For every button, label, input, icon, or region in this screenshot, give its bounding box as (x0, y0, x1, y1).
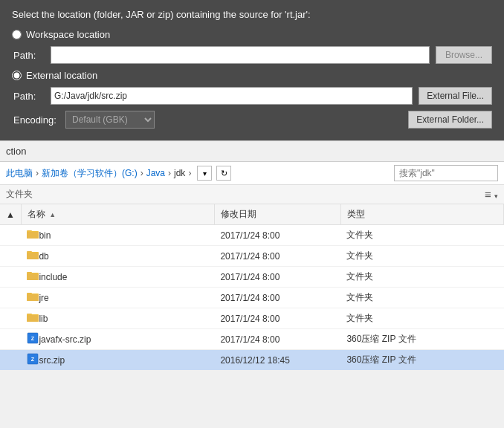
row-type: 文件夹 (340, 288, 503, 308)
row-icon-cell (0, 350, 21, 371)
col-name-sort-arrow: ▲ (49, 211, 56, 218)
search-input[interactable] (394, 165, 498, 181)
file-table-body: bin2017/1/24 8:00文件夹db2017/1/24 8:00文件夹i… (0, 225, 504, 371)
row-name[interactable]: bin (21, 225, 214, 246)
table-row[interactable]: lib2017/1/24 8:00文件夹 (0, 308, 504, 329)
table-row[interactable]: db2017/1/24 8:00文件夹 (0, 246, 504, 267)
row-name-text: include (39, 272, 67, 282)
breadcrumb-sep-1: › (36, 168, 39, 178)
row-name-text: lib (39, 314, 48, 324)
col-header-type[interactable]: 类型 (340, 204, 503, 225)
view-toggle-arrow: ▾ (494, 192, 498, 200)
breadcrumb-jdk[interactable]: jdk (174, 168, 185, 178)
row-name-text: bin (39, 230, 51, 241)
breadcrumb-java[interactable]: Java (146, 168, 165, 178)
zip-javafx-icon: Z (27, 332, 39, 346)
row-icon-cell (0, 308, 21, 329)
row-date: 2017/1/24 8:00 (214, 225, 340, 246)
file-toolbar-left: 文件夹 (6, 188, 33, 201)
workspace-radio-row: Workspace location (12, 29, 492, 40)
row-name[interactable]: db (21, 246, 214, 267)
row-name-text: db (39, 251, 48, 262)
row-type: 360压缩 ZIP 文件 (340, 350, 503, 371)
row-date: 2017/1/24 8:00 (214, 246, 340, 267)
external-label[interactable]: External location (26, 70, 97, 81)
workspace-radio[interactable] (12, 30, 22, 39)
row-name-text: src.zip (39, 355, 65, 366)
row-type: 360压缩 ZIP 文件 (340, 329, 503, 350)
external-path-input[interactable] (51, 87, 413, 105)
row-icon-cell (0, 267, 21, 288)
workspace-path-input[interactable] (51, 46, 430, 64)
external-file-button[interactable]: External File... (419, 87, 492, 105)
svg-text:Z: Z (31, 336, 35, 341)
col-header-up: ▲ (0, 204, 21, 225)
svg-rect-5 (27, 253, 39, 259)
row-icon-cell (0, 288, 21, 308)
breadcrumb-sep-3: › (168, 168, 171, 178)
table-row[interactable]: include2017/1/24 8:00文件夹 (0, 267, 504, 288)
workspace-label[interactable]: Workspace location (26, 29, 110, 40)
folder-type-label: 文件夹 (6, 188, 33, 201)
breadcrumb-drive[interactable]: 新加卷（学习软件）(G:) (42, 167, 138, 180)
browse-button[interactable]: Browse... (436, 46, 492, 64)
external-path-label: Path: (13, 91, 51, 102)
source-dialog-header: Select the location (folder, JAR or zip)… (0, 0, 504, 140)
svg-rect-11 (27, 294, 39, 301)
zip-src-icon: Z (27, 353, 39, 367)
encoding-select[interactable]: Default (GBK) (65, 111, 155, 129)
folder-icon (27, 249, 39, 263)
external-radio-row: External location (12, 70, 492, 81)
col-header-modified[interactable]: 修改日期 (214, 204, 340, 225)
file-toolbar: 文件夹 ≡ ▾ (0, 185, 504, 204)
row-date: 2016/12/12 18:45 (214, 350, 340, 371)
row-name-text: jre (39, 293, 48, 303)
refresh-button[interactable]: ↻ (216, 166, 231, 181)
file-table-header: ▲ 名称 ▲ 修改日期 类型 (0, 204, 504, 225)
row-icon-cell (0, 246, 21, 267)
table-row[interactable]: bin2017/1/24 8:00文件夹 (0, 225, 504, 246)
view-toggle-icon: ≡ (485, 188, 491, 201)
folder-icon (27, 291, 39, 305)
encoding-label: Encoding: (13, 114, 65, 126)
svg-rect-14 (27, 315, 39, 322)
breadcrumb-sep-2: › (140, 168, 143, 178)
table-row[interactable]: Zsrc.zip2016/12/12 18:45360压缩 ZIP 文件 (0, 350, 504, 371)
row-type: 文件夹 (340, 267, 503, 288)
workspace-path-row: Path: Browse... (13, 46, 492, 64)
svg-text:Z: Z (31, 357, 35, 362)
workspace-path-label: Path: (13, 50, 51, 61)
row-date: 2017/1/24 8:00 (214, 288, 340, 308)
row-name-text: javafx-src.zip (39, 334, 91, 345)
instruction-text: Select the location (folder, JAR or zip)… (12, 9, 492, 20)
file-table: ▲ 名称 ▲ 修改日期 类型 bin2017/1/24 8:00文件夹db201… (0, 204, 504, 371)
external-folder-button[interactable]: External Folder... (408, 111, 492, 129)
row-name[interactable]: Zsrc.zip (21, 350, 214, 371)
section-label: ction (0, 140, 504, 162)
row-name[interactable]: jre (21, 288, 214, 308)
row-icon-cell (0, 329, 21, 350)
section-label-text: ction (6, 146, 26, 157)
row-type: 文件夹 (340, 246, 503, 267)
row-icon-cell (0, 225, 21, 246)
row-type: 文件夹 (340, 308, 503, 329)
row-date: 2017/1/24 8:00 (214, 267, 340, 288)
row-name[interactable]: lib (21, 308, 214, 329)
breadcrumb-sep-4: › (188, 168, 191, 178)
col-header-name[interactable]: 名称 ▲ (21, 204, 214, 225)
row-name[interactable]: Zjavafx-src.zip (21, 329, 214, 350)
table-row[interactable]: jre2017/1/24 8:00文件夹 (0, 288, 504, 308)
file-browser: ▲ 名称 ▲ 修改日期 类型 bin2017/1/24 8:00文件夹db201… (0, 204, 504, 371)
row-name[interactable]: include (21, 267, 214, 288)
view-toggle[interactable]: ≡ ▾ (485, 188, 498, 201)
external-path-row: Path: External File... (13, 87, 492, 105)
external-radio[interactable] (12, 71, 22, 80)
folder-icon (27, 311, 39, 325)
row-date: 2017/1/24 8:00 (214, 329, 340, 350)
folder-icon (27, 270, 39, 284)
table-row[interactable]: Zjavafx-src.zip2017/1/24 8:00360压缩 ZIP 文… (0, 329, 504, 350)
row-type: 文件夹 (340, 225, 503, 246)
breadcrumb-dropdown[interactable]: ▾ (197, 166, 212, 181)
breadcrumb-pc[interactable]: 此电脑 (6, 167, 33, 180)
navigation-bar: 此电脑 › 新加卷（学习软件）(G:) › Java › jdk › ▾ ↻ (0, 162, 504, 185)
